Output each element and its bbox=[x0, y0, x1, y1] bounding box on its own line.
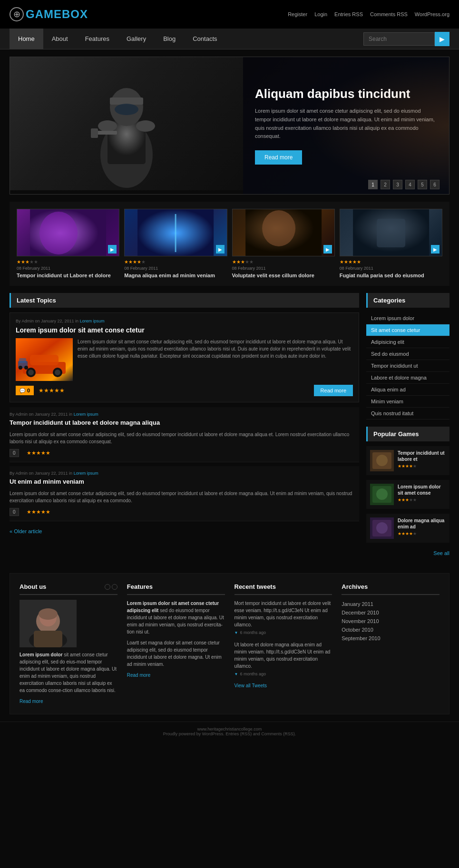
category-item-6[interactable]: Labore et dolore magna bbox=[366, 372, 449, 384]
svg-point-4 bbox=[115, 104, 138, 115]
popular-game-thumb-2 bbox=[370, 484, 394, 505]
thumbnail-2[interactable]: ▶ ★★★★★ 08 February 2011 Magna aliqua en… bbox=[124, 209, 227, 279]
sidebar: Categories Lorem ipsum dolor Sit amet co… bbox=[366, 293, 449, 566]
hero-content: Aliquam dapibus tincidunt Lorem ipsum do… bbox=[243, 57, 449, 194]
nav-features[interactable]: Features bbox=[77, 29, 118, 49]
nav-about[interactable]: About bbox=[43, 29, 77, 49]
article-excerpt-1: Lorem ipsum dolor sit amet conse ctetur … bbox=[78, 338, 353, 381]
thumb-arrow-1[interactable]: ▶ bbox=[108, 245, 117, 254]
article-category-link-3[interactable]: Lorem ipsum bbox=[74, 471, 98, 476]
slider-dot-3[interactable]: 3 bbox=[393, 180, 402, 189]
entries-rss-link[interactable]: Entries RSS bbox=[334, 11, 363, 17]
hero-read-more-button[interactable]: Read more bbox=[255, 150, 302, 165]
slider-dot-4[interactable]: 4 bbox=[405, 180, 415, 189]
footer-about-widget: About us Lorem ipsum dolor sit amet cons… bbox=[20, 583, 117, 704]
popular-game-thumb-1 bbox=[370, 450, 394, 471]
nav-home[interactable]: Home bbox=[10, 29, 43, 49]
thumb-arrow-2[interactable]: ▶ bbox=[216, 245, 225, 254]
login-link[interactable]: Login bbox=[314, 11, 327, 17]
toggle-btn-2[interactable] bbox=[112, 584, 117, 590]
thumb-img-3: ▶ bbox=[232, 209, 335, 256]
nav-gallery[interactable]: Gallery bbox=[118, 29, 155, 49]
popular-game-2: Lorem ipsum dolor sit amet conse ★★★★★ bbox=[366, 480, 449, 509]
archive-item-1: January 2011 bbox=[342, 600, 439, 608]
popular-game-title-2: Lorem ipsum dolor sit amet conse bbox=[398, 484, 446, 496]
logo: GAMEBOX bbox=[10, 7, 88, 21]
nav-blog[interactable]: Blog bbox=[155, 29, 184, 49]
slider-dot-1[interactable]: 1 bbox=[368, 180, 378, 189]
thumb-bg-1 bbox=[17, 209, 119, 256]
thumb-arrow-4[interactable]: ▶ bbox=[431, 245, 439, 254]
toggle-buttons bbox=[105, 584, 117, 590]
svg-point-5 bbox=[98, 120, 117, 132]
svg-point-25 bbox=[28, 370, 34, 375]
category-item-5[interactable]: Tempor incididunt ut bbox=[366, 360, 449, 372]
thumbnail-3[interactable]: ▶ ★★★★★ 08 February 2011 Voluptate velit… bbox=[232, 209, 335, 279]
thumb-date-1: 08 February 2011 bbox=[17, 266, 119, 271]
game-thumbnails: ▶ ★★★★★ 08 February 2011 Tempor incididu… bbox=[10, 202, 449, 286]
search-input[interactable] bbox=[363, 32, 435, 46]
comment-count-1: 0 bbox=[16, 386, 34, 395]
category-item-8[interactable]: Minim veniam bbox=[366, 396, 449, 408]
category-item-3[interactable]: Adipisicing elit bbox=[366, 336, 449, 348]
article-1: By Admin on January 22, 2011 in Lorem ip… bbox=[10, 312, 359, 402]
search-button[interactable]: ▶ bbox=[435, 32, 449, 46]
thumb-bg-4 bbox=[340, 209, 442, 256]
article-thumbnail-1 bbox=[16, 338, 73, 381]
category-item-7[interactable]: Aliqua enim ad bbox=[366, 384, 449, 396]
view-all-tweets-link[interactable]: View all Tweets bbox=[234, 683, 267, 688]
categories-widget: Categories Lorem ipsum dolor Sit amet co… bbox=[366, 293, 449, 419]
about-avatar bbox=[20, 600, 77, 647]
toggle-btn-1[interactable] bbox=[105, 584, 110, 590]
popular-game-1: Tempor incididunt ut labore et ★★★★★ bbox=[366, 446, 449, 475]
svg-point-6 bbox=[136, 120, 155, 132]
main-nav: Home About Features Gallery Blog Contact… bbox=[0, 29, 459, 49]
comments-rss-link[interactable]: Comments RSS bbox=[370, 11, 408, 17]
category-item-9[interactable]: Quis nostrud itatut bbox=[366, 408, 449, 419]
wordpress-link[interactable]: WordPress.org bbox=[415, 11, 449, 17]
tweet-time-2: 6 months ago bbox=[234, 671, 332, 678]
popular-game-info-1: Tempor incididunt ut labore et ★★★★★ bbox=[398, 450, 446, 471]
article-rating-2: ★★★★★ bbox=[27, 450, 50, 456]
thumbnail-4[interactable]: ▶ ★★★★★ 08 February 2011 Fugiat nulla pa… bbox=[340, 209, 442, 279]
category-item-4[interactable]: Sed do eiusmod bbox=[366, 348, 449, 360]
article-excerpt-3: Lorem ipsum dolor sit amet conse ctetur … bbox=[10, 490, 359, 504]
see-all-games-link[interactable]: See all bbox=[433, 550, 449, 556]
hero-title: Aliquam dapibus tincidunt bbox=[255, 87, 437, 101]
footer-about-read-more[interactable]: Read more bbox=[20, 699, 43, 704]
slider-dot-5[interactable]: 5 bbox=[418, 180, 427, 189]
older-article-link[interactable]: « Older article bbox=[10, 528, 42, 534]
archive-item-2: December 2010 bbox=[342, 608, 439, 617]
svg-rect-44 bbox=[34, 631, 62, 647]
thumb-stars-1: ★★★★★ bbox=[17, 259, 119, 264]
archive-link-3[interactable]: November 2010 bbox=[342, 618, 379, 624]
footer-features-read-more[interactable]: Read more bbox=[127, 673, 150, 678]
svg-point-46 bbox=[39, 608, 58, 620]
article-read-more-1[interactable]: Read more bbox=[314, 385, 353, 396]
popular-game-title-3: Dolore magna aliqua enim ad bbox=[398, 517, 446, 530]
register-link[interactable]: Register bbox=[288, 11, 307, 17]
archive-link-5[interactable]: September 2010 bbox=[342, 635, 380, 641]
article-meta-3: By Admin on January 22, 2011 in Lorem ip… bbox=[10, 471, 359, 476]
nav-contacts[interactable]: Contacts bbox=[184, 29, 225, 49]
popular-game-stars-1: ★★★★★ bbox=[398, 464, 446, 468]
archive-link-1[interactable]: January 2011 bbox=[342, 601, 373, 607]
svg-point-34 bbox=[376, 455, 388, 466]
article-2: By Admin on January 22, 2011 in Lorem ip… bbox=[10, 407, 359, 462]
main-content: Latest Topics By Admin on January 22, 20… bbox=[10, 293, 359, 566]
slider-dot-2[interactable]: 2 bbox=[381, 180, 390, 189]
category-item-2[interactable]: Sit amet conse ctetur bbox=[366, 324, 449, 336]
comment-count-3: 0 bbox=[10, 508, 19, 516]
archive-link-2[interactable]: December 2010 bbox=[342, 610, 379, 615]
article-category-link-1[interactable]: Lorem ipsum bbox=[80, 319, 105, 323]
article-rating-3: ★★★★★ bbox=[27, 509, 50, 515]
hero-slider: Aliquam dapibus tincidunt Lorem ipsum do… bbox=[10, 57, 449, 195]
thumbnail-1[interactable]: ▶ ★★★★★ 08 February 2011 Tempor incididu… bbox=[17, 209, 119, 279]
category-item-1[interactable]: Lorem ipsum dolor bbox=[366, 312, 449, 324]
svg-rect-23 bbox=[30, 355, 59, 365]
archive-link-4[interactable]: October 2010 bbox=[342, 627, 373, 633]
article-category-link-2[interactable]: Lorem ipsum bbox=[74, 412, 98, 417]
slider-dot-6[interactable]: 6 bbox=[430, 180, 439, 189]
thumb-arrow-3[interactable]: ▶ bbox=[323, 245, 332, 254]
svg-point-10 bbox=[39, 212, 78, 254]
